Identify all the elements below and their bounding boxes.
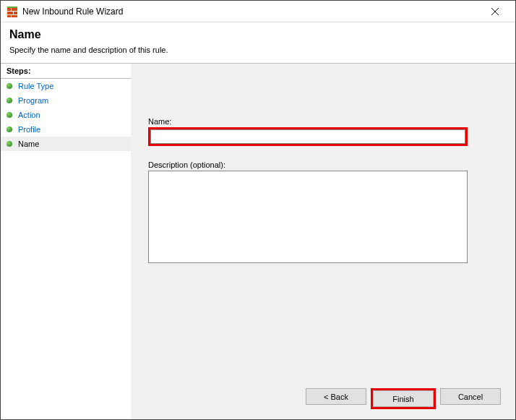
step-action[interactable]: Action <box>1 108 131 122</box>
description-textarea[interactable] <box>148 171 468 263</box>
step-label: Name <box>18 140 39 148</box>
back-button[interactable]: < Back <box>306 388 366 405</box>
step-program[interactable]: Program <box>1 93 131 108</box>
page-title: Name <box>9 28 507 41</box>
step-label: Program <box>18 96 48 105</box>
name-label: Name: <box>148 117 498 126</box>
button-bar: < Back Finish Cancel <box>306 388 501 409</box>
bullet-icon <box>7 83 12 89</box>
window-title: New Inbound Rule Wizard <box>22 7 481 17</box>
step-name[interactable]: Name <box>1 137 131 151</box>
step-profile[interactable]: Profile <box>1 122 131 137</box>
wizard-header: Name Specify the name and description of… <box>1 22 515 63</box>
description-label: Description (optional): <box>148 160 498 169</box>
step-label: Profile <box>18 125 40 134</box>
step-label: Action <box>18 111 40 119</box>
bullet-icon <box>7 127 12 132</box>
name-highlight-box <box>148 127 468 146</box>
step-rule-type[interactable]: Rule Type <box>1 79 131 93</box>
bullet-icon <box>7 112 12 118</box>
steps-sidebar: Steps: Rule Type Program Action Profile … <box>1 63 131 419</box>
close-button[interactable] <box>481 1 509 22</box>
bullet-icon <box>7 98 12 103</box>
cancel-button[interactable]: Cancel <box>440 388 501 405</box>
titlebar: New Inbound Rule Wizard <box>1 1 515 22</box>
name-input[interactable] <box>150 129 465 144</box>
finish-highlight-box: Finish <box>371 388 436 409</box>
main-content: Name: Description (optional): < Back Fin… <box>131 63 515 419</box>
page-subtitle: Specify the name and description of this… <box>9 46 507 54</box>
finish-button[interactable]: Finish <box>373 390 434 407</box>
firewall-icon <box>7 6 18 17</box>
steps-header: Steps: <box>1 64 131 79</box>
bullet-icon <box>7 141 12 147</box>
step-label: Rule Type <box>18 82 53 90</box>
